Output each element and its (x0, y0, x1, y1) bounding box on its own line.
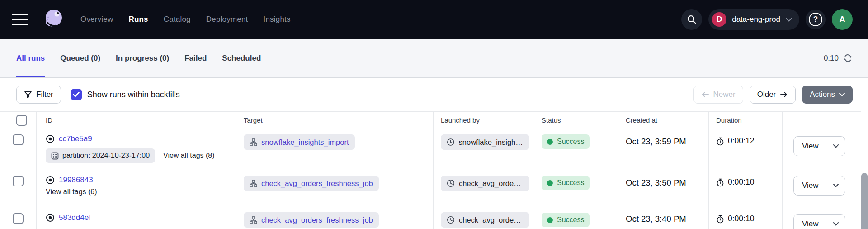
created-at: Oct 23, 3:40 PM (618, 203, 709, 229)
launched-by-pill[interactable]: check_avg_order… (441, 176, 529, 191)
search-button[interactable] (681, 9, 702, 30)
table-row: 19986843 View all tags (6) check_avg_ord… (0, 170, 868, 203)
view-menu-button[interactable] (827, 137, 845, 156)
row-checkbox[interactable] (13, 176, 24, 186)
tab-in-progress[interactable]: In progress (0) (116, 39, 169, 77)
chevron-down-icon (833, 222, 839, 226)
octopus-logo-icon (41, 7, 66, 32)
refresh-area: 0:10 (824, 53, 853, 63)
tag-label: partition: 2024-10-23-17:00 (62, 152, 150, 160)
view-menu-button[interactable] (827, 215, 845, 229)
dagster-logo[interactable] (41, 7, 66, 32)
created-at: Oct 23, 3:59 PM (618, 129, 709, 170)
column-header-actions (783, 112, 855, 129)
duration: 0:00:10 (728, 214, 754, 224)
nav-item-deployment[interactable]: Deployment (206, 15, 248, 24)
launched-by-pill[interactable]: check_avg_order… (441, 212, 529, 228)
older-label: Older (757, 90, 776, 99)
run-status-icon (46, 213, 55, 222)
clock-icon (447, 138, 455, 146)
nav-item-runs[interactable]: Runs (128, 15, 148, 24)
target-label: snowflake_insights_import (261, 138, 349, 147)
view-split-button: View (793, 136, 845, 156)
newer-label: Newer (713, 90, 736, 99)
column-header-status: Status (534, 112, 618, 129)
tab-scheduled[interactable]: Scheduled (222, 39, 261, 77)
tab-failed[interactable]: Failed (184, 39, 207, 77)
duration: 0:00:10 (728, 177, 754, 187)
checkmark-icon (73, 92, 80, 97)
launched-by-label: check_avg_order… (459, 216, 524, 224)
view-button[interactable]: View (794, 137, 827, 156)
select-all-checkbox[interactable] (16, 115, 27, 126)
launched-by-pill[interactable]: snowflake_insight… (441, 134, 529, 150)
target-pill[interactable]: check_avg_orders_freshness_job (244, 176, 379, 191)
status-badge[interactable]: Success (542, 134, 590, 149)
stopwatch-icon (716, 178, 724, 187)
partition-icon (51, 152, 59, 160)
target-label: check_avg_orders_freshness_job (261, 179, 373, 188)
launched-by-label: check_avg_order… (459, 179, 524, 188)
avatar[interactable]: A (832, 9, 853, 30)
status-badge[interactable]: Success (542, 213, 590, 227)
run-id-link[interactable]: 583dd4ef (59, 213, 91, 222)
chevron-down-icon (786, 18, 792, 22)
actions-button[interactable]: Actions (802, 86, 853, 104)
view-button[interactable]: View (794, 176, 827, 195)
row-checkbox[interactable] (13, 134, 24, 145)
chevron-down-icon (833, 144, 839, 148)
backfills-checkbox[interactable] (71, 89, 82, 100)
top-nav-right: D data-eng-prod ? A (681, 9, 853, 30)
success-dot-icon (547, 139, 553, 145)
tabs-bar: All runs Queued (0) In progress (0) Fail… (0, 39, 868, 78)
target-pill[interactable]: snowflake_insights_import (244, 134, 355, 150)
run-tag-partition[interactable]: partition: 2024-10-23-17:00 (46, 148, 155, 163)
run-id-link[interactable]: cc7be5a9 (59, 134, 92, 143)
view-menu-button[interactable] (827, 176, 845, 195)
filter-label: Filter (36, 90, 53, 99)
run-status-icon (46, 134, 55, 143)
help-icon: ? (809, 13, 822, 26)
status-label: Success (557, 216, 584, 224)
arrow-right-icon (780, 91, 788, 98)
show-backfills-toggle[interactable]: Show runs within backfills (71, 89, 180, 100)
status-badge[interactable]: Success (542, 176, 590, 190)
nav-item-insights[interactable]: Insights (263, 15, 290, 24)
deployment-name: data-eng-prod (732, 15, 780, 24)
run-status-icon (46, 176, 55, 185)
older-button[interactable]: Older (750, 86, 796, 104)
menu-icon[interactable] (12, 10, 30, 29)
nav-item-catalog[interactable]: Catalog (164, 15, 191, 24)
filter-button[interactable]: Filter (16, 86, 61, 104)
view-all-tags-link[interactable]: View all tags (6) (46, 188, 97, 196)
status-label: Success (557, 179, 584, 187)
job-icon (250, 216, 257, 224)
job-icon (250, 180, 257, 187)
tab-queued[interactable]: Queued (0) (60, 39, 100, 77)
tab-all-runs[interactable]: All runs (16, 39, 45, 77)
column-header-target: Target (236, 112, 434, 129)
view-all-tags-link[interactable]: View all tags (8) (163, 152, 215, 160)
table-row: 583dd4ef check_avg_orders_freshness_job (0, 203, 868, 229)
actions-label: Actions (810, 90, 835, 99)
success-dot-icon (547, 180, 553, 186)
column-header-duration: Duration (709, 112, 783, 129)
deployment-switcher[interactable]: D data-eng-prod (708, 9, 799, 30)
refresh-icon[interactable] (843, 53, 853, 63)
view-button[interactable]: View (794, 215, 827, 229)
job-icon (250, 138, 257, 146)
table-header-row: ID Target Launched by Status Created at … (0, 112, 868, 129)
view-split-button: View (793, 176, 845, 196)
success-dot-icon (547, 217, 553, 223)
refresh-countdown: 0:10 (824, 54, 839, 63)
help-button[interactable]: ? (806, 10, 826, 29)
view-split-button: View (793, 214, 845, 229)
row-checkbox[interactable] (13, 213, 24, 224)
scrollbar-thumb[interactable] (861, 173, 868, 229)
run-id-link[interactable]: 19986843 (59, 176, 93, 185)
newer-button[interactable]: Newer (693, 86, 743, 104)
target-pill[interactable]: check_avg_orders_freshness_job (244, 212, 379, 228)
status-label: Success (557, 138, 584, 146)
nav-item-overview[interactable]: Overview (80, 15, 113, 24)
scrollbar-track[interactable] (861, 111, 868, 229)
